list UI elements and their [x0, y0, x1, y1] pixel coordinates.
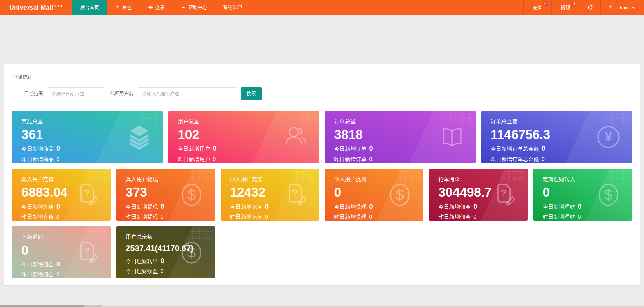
stat-card-line-yesterday: 昨日新增提现 0 [126, 214, 206, 221]
stat-card: 真人用户提现 373 今日新增提现 0 昨日新增提现 0 $ [116, 169, 215, 221]
stat-line-label: 昨日新增提现 [126, 214, 158, 221]
stat-cards: 商品总量 361 今日新增商品 0 昨日新增商品 0 用户总量 102 今日新增… [12, 111, 632, 278]
stat-card: 抢单佣金 304498.7 今日新增佣金 0 昨日新增佣金 0 ? [429, 169, 528, 221]
stat-line-label: 今日理财收益 [126, 268, 158, 275]
stat-card: 假人用户提现 0 今日新增提现 0 昨日新增提现 0 $ [325, 169, 423, 221]
edit-document-icon: ? [73, 238, 101, 267]
badge: 0 [543, 1, 548, 7]
stat-card: 假人用户充值 12432 今日新增充值 0 昨日新增充值 0 ? [221, 169, 319, 221]
refresh-button[interactable] [580, 0, 600, 15]
date-range-input[interactable] [47, 87, 104, 100]
stat-line-value: 0 [369, 214, 372, 220]
stat-line-label: 昨日新增佣金 [438, 214, 471, 221]
filter-row: 日期范围 代理用户名 搜索 [12, 87, 632, 100]
stat-line-label: 今日新增充值 [21, 204, 54, 211]
stat-line-value: 0 [161, 214, 164, 220]
stat-line-value: 0 [369, 145, 373, 152]
stat-line-value: 0 [542, 145, 545, 152]
nav-item-trade[interactable]: 交易 [140, 0, 173, 15]
panel-title: 商城统计 [13, 74, 632, 80]
users-icon [282, 123, 310, 151]
nav-item-roles[interactable]: 角色 [107, 0, 140, 15]
stat-card-line-yesterday: 昨日新增商品 0 [21, 156, 153, 163]
search-button[interactable]: 搜索 [241, 87, 262, 100]
stat-card-line-yesterday: 今日理财收益 0 [126, 268, 206, 275]
stat-line-label: 昨日新增理财 [543, 214, 575, 221]
svg-text:$: $ [396, 186, 404, 203]
stat-line-label: 昨日新增充值 [21, 214, 54, 221]
stat-card: 真人用户充值 6883.04 今日新增充值 0 昨日新增充值 0 ? [12, 169, 111, 221]
stat-line-label: 今日新增订单总金额 [491, 146, 539, 153]
stat-card: 定期理财转入 0 今日新增理财 0 昨日新增理财 0 $ [533, 169, 632, 221]
stat-line-value: 0 [473, 214, 476, 220]
stat-line-label: 今日新增理财 [543, 204, 575, 211]
stat-line-value: 0 [578, 214, 581, 220]
scales-icon [148, 5, 153, 10]
stat-card-line-yesterday: 昨日新增佣金 0 [438, 214, 518, 221]
stat-line-label: 昨日新增订单 [334, 156, 367, 163]
stat-line-value: 0 [265, 203, 269, 210]
withdraw-button[interactable]: 提现 0 [551, 0, 580, 15]
horizontal-scrollbar[interactable] [0, 305, 644, 307]
stat-card-line-yesterday: 昨日新增订单总金额 0 [491, 156, 623, 163]
date-range-label: 日期范围 [24, 91, 43, 97]
stats-panel: 商城统计 日期范围 代理用户名 搜索 商品总量 361 今日新增商品 0 昨日新… [4, 64, 640, 285]
stat-line-value: 0 [56, 272, 59, 278]
svg-text:?: ? [84, 187, 90, 199]
stat-line-value: 0 [473, 203, 477, 210]
stat-line-label: 今日新增提现 [334, 204, 366, 211]
stat-card-line-yesterday: 昨日新增用户 0 [178, 156, 310, 163]
nav-item-label: 帮助中心 [188, 5, 207, 11]
stat-line-label: 今日新增商品 [21, 146, 54, 153]
svg-text:$: $ [604, 186, 612, 203]
svg-text:$: $ [187, 244, 195, 261]
stat-line-value: 0 [265, 214, 268, 220]
caret-up-icon [631, 6, 635, 9]
nav-item-home[interactable]: 后台首页 [72, 0, 107, 15]
nav-item-label: 交易 [155, 5, 165, 11]
card-row: 下级返佣 0 今日新增佣金 0 昨日新增佣金 0 ? 用户总余额 2537.41… [12, 226, 632, 278]
stat-card-line-yesterday: 昨日新增提现 0 [334, 214, 414, 221]
svg-text:$: $ [187, 186, 195, 203]
stat-line-label: 今日新增提现 [126, 204, 158, 211]
dollar-circle-icon: $ [386, 181, 414, 209]
book-icon [438, 123, 466, 151]
svg-text:?: ? [292, 187, 298, 199]
dollar-circle-icon: $ [177, 238, 206, 267]
nav-item-label: 角色 [122, 5, 132, 11]
nav-item-help-center[interactable]: 帮助中心 [173, 0, 215, 15]
stat-card-line-yesterday: 昨日新增佣金 0 [21, 271, 101, 278]
stat-line-value: 0 [56, 203, 60, 210]
app-logo[interactable]: Universal MallV8.3 [0, 0, 72, 15]
stat-line-label: 今日新增佣金 [438, 204, 471, 211]
layers-icon [125, 123, 153, 151]
svg-text:?: ? [501, 187, 507, 199]
stat-line-label: 今日新增佣金 [21, 261, 54, 268]
stat-line-label: 昨日新增充值 [230, 214, 262, 221]
header-nav: 后台首页 角色 交易 帮助中心 系统管理 [72, 0, 250, 15]
stat-card-line-yesterday: 昨日新增理财 0 [543, 214, 623, 221]
nav-item-system[interactable]: 系统管理 [215, 0, 250, 15]
stat-line-label: 今日新增充值 [230, 204, 262, 211]
stat-line-label: 今日新增订单 [334, 146, 367, 153]
agent-name-input[interactable] [138, 87, 237, 100]
stat-line-label: 昨日新增订单总金额 [491, 156, 539, 163]
stat-card: 订单总量 3818 今日新增订单 0 昨日新增订单 0 [325, 111, 476, 163]
stat-line-value: 0 [56, 260, 60, 268]
card-row: 真人用户充值 6883.04 今日新增充值 0 昨日新增充值 0 ? 真人用户提… [12, 169, 632, 221]
user-menu[interactable]: admin [600, 0, 644, 15]
app-version: V8.3 [54, 4, 62, 8]
stat-card: 订单总金额 1146756.3 今日新增订单总金额 0 昨日新增订单总金额 0 … [481, 111, 632, 163]
stat-line-value: 0 [56, 145, 60, 152]
app-logo-text: Universal Mall [9, 4, 53, 11]
badge: 0 [571, 1, 577, 7]
stat-line-value: 0 [213, 145, 216, 152]
stat-line-value: 0 [369, 156, 372, 162]
scrollbar-thumb[interactable] [0, 305, 84, 307]
top-header: Universal MallV8.3 后台首页 角色 交易 帮助中心 系统管理 … [0, 0, 644, 15]
stat-card-line-yesterday: 昨日新增订单 0 [334, 156, 466, 163]
stat-card: 下级返佣 0 今日新增佣金 0 昨日新增佣金 0 ? [12, 226, 111, 278]
header-action-label: 提现 [561, 5, 570, 11]
header-spacer [250, 0, 523, 15]
recharge-button[interactable]: 充值 0 [523, 0, 551, 15]
